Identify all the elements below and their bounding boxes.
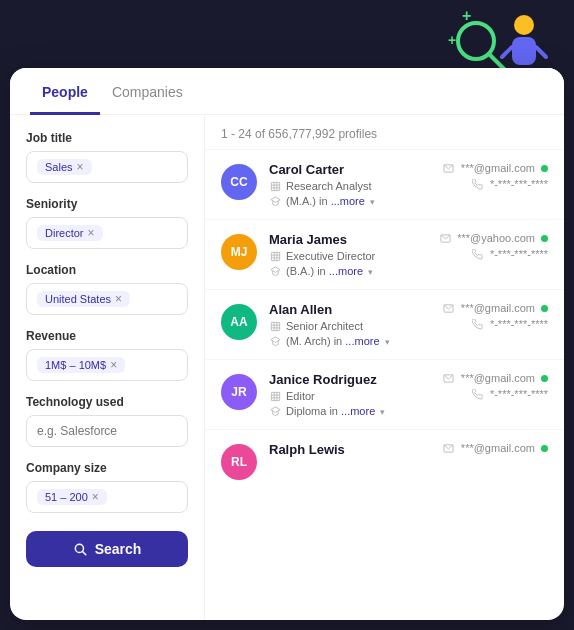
- avatar-2: AA: [221, 304, 257, 340]
- tag-company-size-remove[interactable]: ×: [92, 491, 99, 503]
- online-indicator: [541, 165, 548, 172]
- chevron-icon: ▾: [385, 337, 390, 347]
- profile-name-2: Alan Allen: [269, 302, 406, 317]
- graduate-icon: [269, 195, 281, 207]
- svg-marker-29: [270, 336, 279, 342]
- svg-line-9: [82, 552, 85, 555]
- profile-education-2: (M. Arch) in ...more ▾: [269, 335, 406, 347]
- profile-role-2: Senior Architect: [269, 320, 406, 332]
- contact-email-row-3: ***@gmail.com: [443, 372, 548, 384]
- avatar-0: CC: [221, 164, 257, 200]
- graduate-icon: [269, 405, 281, 417]
- phone-icon: [472, 248, 484, 260]
- contact-email-row-0: ***@gmail.com: [443, 162, 548, 174]
- tag-company-size: 51 – 200 ×: [37, 489, 107, 505]
- tag-revenue-remove[interactable]: ×: [110, 359, 117, 371]
- profile-role-0: Research Analyst: [269, 180, 406, 192]
- building-icon: [269, 390, 281, 402]
- filter-job-title-input[interactable]: Sales ×: [26, 151, 188, 183]
- filter-company-size-label: Company size: [26, 461, 188, 475]
- filter-job-title: Job title Sales ×: [26, 131, 188, 183]
- email-icon: [443, 162, 455, 174]
- profile-name-0: Carol Carter: [269, 162, 406, 177]
- graduate-icon: [269, 335, 281, 347]
- filter-location-input[interactable]: United States ×: [26, 283, 188, 315]
- building-icon: [269, 180, 281, 192]
- svg-line-5: [536, 47, 546, 57]
- profile-card: JR Janice Rodriguez Editor Diploma in ..…: [205, 360, 564, 430]
- svg-marker-15: [270, 196, 279, 202]
- search-icon: [73, 542, 87, 556]
- filter-job-title-label: Job title: [26, 131, 188, 145]
- avatar-3: JR: [221, 374, 257, 410]
- profile-role-1: Executive Director: [269, 250, 406, 262]
- profile-contact-2: ***@gmail.com *-***-***-****: [418, 302, 548, 330]
- content-area: Job title Sales × Seniority Director: [10, 115, 564, 620]
- profile-info-0: Carol Carter Research Analyst (M.A.) in …: [269, 162, 406, 207]
- svg-rect-31: [271, 392, 279, 400]
- avatar-4: RL: [221, 444, 257, 480]
- profile-info-4: Ralph Lewis: [269, 442, 406, 457]
- filter-seniority: Seniority Director ×: [26, 197, 188, 249]
- results-count: 1 - 24 of 656,777,992 profiles: [205, 115, 564, 150]
- online-indicator: [541, 375, 548, 382]
- tag-director-remove[interactable]: ×: [88, 227, 95, 239]
- contact-phone-row-3: *-***-***-****: [472, 388, 548, 400]
- filter-seniority-input[interactable]: Director ×: [26, 217, 188, 249]
- avatar-1: MJ: [221, 234, 257, 270]
- contact-phone-row-1: *-***-***-****: [472, 248, 548, 260]
- tag-sales: Sales ×: [37, 159, 92, 175]
- chevron-icon: ▾: [380, 407, 385, 417]
- tab-companies[interactable]: Companies: [100, 68, 195, 115]
- filter-location: Location United States ×: [26, 263, 188, 315]
- profile-card: AA Alan Allen Senior Architect (M. Arch)…: [205, 290, 564, 360]
- filter-company-size-input[interactable]: 51 – 200 ×: [26, 481, 188, 513]
- online-indicator: [541, 235, 548, 242]
- profile-contact-3: ***@gmail.com *-***-***-****: [418, 372, 548, 400]
- app-container: + + People Companies Job title: [0, 0, 574, 630]
- tag-us: United States ×: [37, 291, 130, 307]
- filter-revenue: Revenue 1M$ – 10M$ ×: [26, 329, 188, 381]
- contact-email-row-2: ***@gmail.com: [443, 302, 548, 314]
- svg-point-2: [514, 15, 534, 35]
- filter-company-size: Company size 51 – 200 ×: [26, 461, 188, 513]
- building-icon: [269, 250, 281, 262]
- contact-email-row-1: ***@yahoo.com: [439, 232, 548, 244]
- profile-info-2: Alan Allen Senior Architect (M. Arch) in…: [269, 302, 406, 347]
- email-icon: [443, 302, 455, 314]
- search-button[interactable]: Search: [26, 531, 188, 567]
- more-link-1[interactable]: ...more: [329, 265, 363, 277]
- building-icon: [269, 320, 281, 332]
- more-link-0[interactable]: ...more: [331, 195, 365, 207]
- sidebar-filters: Job title Sales × Seniority Director: [10, 115, 205, 620]
- svg-rect-10: [271, 182, 279, 190]
- tab-people[interactable]: People: [30, 68, 100, 115]
- profile-education-1: (B.A.) in ...more ▾: [269, 265, 406, 277]
- more-link-3[interactable]: ...more: [341, 405, 375, 417]
- phone-icon: [472, 178, 484, 190]
- svg-line-4: [502, 47, 512, 57]
- results-panel: 1 - 24 of 656,777,992 profiles CC Carol …: [205, 115, 564, 620]
- more-link-2[interactable]: ...more: [345, 335, 379, 347]
- email-icon: [443, 372, 455, 384]
- profile-info-1: Maria James Executive Director (B.A.) in…: [269, 232, 406, 277]
- filter-technology-input[interactable]: [26, 415, 188, 447]
- tag-revenue: 1M$ – 10M$ ×: [37, 357, 125, 373]
- tag-sales-remove[interactable]: ×: [77, 161, 84, 173]
- phone-icon: [472, 318, 484, 330]
- tag-us-remove[interactable]: ×: [115, 293, 122, 305]
- filter-revenue-label: Revenue: [26, 329, 188, 343]
- email-icon: [443, 442, 455, 454]
- tabs-bar: People Companies: [10, 68, 564, 115]
- tag-director: Director ×: [37, 225, 103, 241]
- svg-rect-3: [512, 37, 536, 65]
- profile-info-3: Janice Rodriguez Editor Diploma in ...mo…: [269, 372, 406, 417]
- graduate-icon: [269, 265, 281, 277]
- filter-seniority-label: Seniority: [26, 197, 188, 211]
- svg-marker-36: [270, 406, 279, 412]
- filter-revenue-input[interactable]: 1M$ – 10M$ ×: [26, 349, 188, 381]
- chevron-icon: ▾: [370, 197, 375, 207]
- technology-text-input[interactable]: [37, 424, 117, 438]
- svg-text:+: +: [448, 32, 456, 48]
- profile-contact-4: ***@gmail.com: [418, 442, 548, 454]
